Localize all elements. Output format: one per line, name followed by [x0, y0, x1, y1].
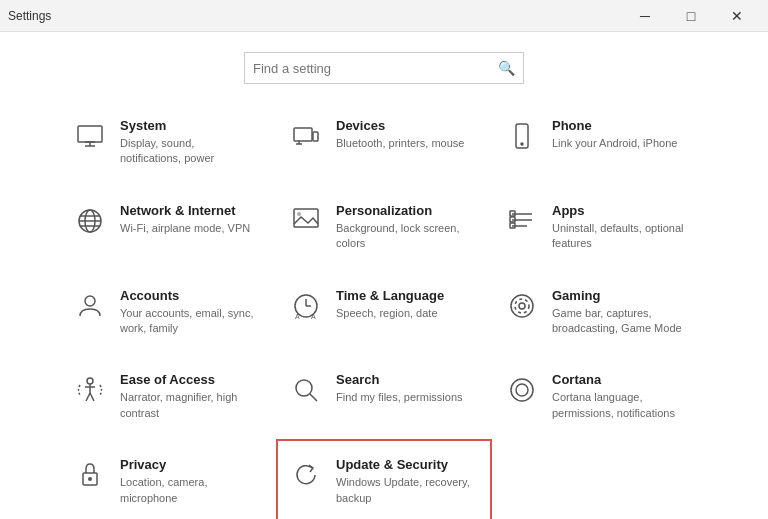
- item-desc-system: Display, sound, notifications, power: [120, 136, 254, 167]
- svg-point-31: [519, 303, 525, 309]
- item-desc-search: Find my files, permissions: [336, 390, 463, 405]
- settings-item-time[interactable]: AA Time & Language Speech, region, date: [276, 270, 492, 355]
- settings-item-update[interactable]: Update & Security Windows Update, recove…: [276, 439, 492, 519]
- item-title-privacy: Privacy: [120, 457, 254, 472]
- item-text-gaming: Gaming Game bar, captures, broadcasting,…: [552, 288, 686, 337]
- svg-line-34: [310, 394, 317, 401]
- item-text-ease: Ease of Access Narrator, magnifier, high…: [120, 372, 254, 421]
- close-button[interactable]: ✕: [714, 0, 760, 32]
- svg-rect-4: [294, 128, 312, 141]
- privacy-icon: [72, 457, 108, 493]
- item-text-update: Update & Security Windows Update, recove…: [336, 457, 470, 506]
- item-title-time: Time & Language: [336, 288, 444, 303]
- time-icon: AA: [288, 288, 324, 324]
- svg-point-35: [511, 379, 533, 401]
- svg-point-38: [88, 477, 92, 481]
- settings-item-phone[interactable]: Phone Link your Android, iPhone: [492, 100, 708, 185]
- svg-point-32: [87, 378, 93, 384]
- item-title-ease: Ease of Access: [120, 372, 254, 387]
- svg-point-23: [85, 296, 95, 306]
- item-text-apps: Apps Uninstall, defaults, optional featu…: [552, 203, 686, 252]
- settings-item-accounts[interactable]: Accounts Your accounts, email, sync, wor…: [60, 270, 276, 355]
- item-desc-update: Windows Update, recovery, backup: [336, 475, 470, 506]
- search-input[interactable]: [253, 61, 498, 76]
- apps-icon: [504, 203, 540, 239]
- item-desc-cortana: Cortana language, permissions, notificat…: [552, 390, 686, 421]
- title-bar: Settings ─ □ ✕: [0, 0, 768, 32]
- item-desc-devices: Bluetooth, printers, mouse: [336, 136, 464, 151]
- settings-item-ease[interactable]: Ease of Access Narrator, magnifier, high…: [60, 354, 276, 439]
- item-title-personalization: Personalization: [336, 203, 470, 218]
- settings-grid: System Display, sound, notifications, po…: [0, 100, 768, 519]
- svg-point-9: [521, 143, 523, 145]
- settings-item-privacy[interactable]: Privacy Location, camera, microphone: [60, 439, 276, 519]
- update-icon: [288, 457, 324, 493]
- search-icon: 🔍: [498, 60, 515, 76]
- item-title-phone: Phone: [552, 118, 677, 133]
- item-title-search: Search: [336, 372, 463, 387]
- item-text-system: System Display, sound, notifications, po…: [120, 118, 254, 167]
- item-text-search: Search Find my files, permissions: [336, 372, 463, 405]
- item-title-accounts: Accounts: [120, 288, 254, 303]
- settings-item-network[interactable]: Network & Internet Wi-Fi, airplane mode,…: [60, 185, 276, 270]
- item-text-network: Network & Internet Wi-Fi, airplane mode,…: [120, 203, 250, 236]
- window-title: Settings: [8, 9, 51, 23]
- item-title-apps: Apps: [552, 203, 686, 218]
- item-text-cortana: Cortana Cortana language, permissions, n…: [552, 372, 686, 421]
- item-desc-phone: Link your Android, iPhone: [552, 136, 677, 151]
- search-area: 🔍: [0, 32, 768, 100]
- phone-icon: [504, 118, 540, 154]
- network-icon: [72, 203, 108, 239]
- search-box[interactable]: 🔍: [244, 52, 524, 84]
- settings-item-devices[interactable]: Devices Bluetooth, printers, mouse: [276, 100, 492, 185]
- item-desc-time: Speech, region, date: [336, 306, 444, 321]
- settings-item-gaming[interactable]: Gaming Game bar, captures, broadcasting,…: [492, 270, 708, 355]
- item-text-devices: Devices Bluetooth, printers, mouse: [336, 118, 464, 151]
- svg-rect-5: [313, 132, 318, 141]
- item-title-update: Update & Security: [336, 457, 470, 472]
- item-desc-ease: Narrator, magnifier, high contrast: [120, 390, 254, 421]
- item-desc-privacy: Location, camera, microphone: [120, 475, 254, 506]
- item-desc-apps: Uninstall, defaults, optional features: [552, 221, 686, 252]
- svg-text:A: A: [295, 313, 300, 320]
- search-icon: [288, 372, 324, 408]
- item-desc-personalization: Background, lock screen, colors: [336, 221, 470, 252]
- svg-point-16: [297, 212, 301, 216]
- settings-item-cortana[interactable]: Cortana Cortana language, permissions, n…: [492, 354, 708, 439]
- svg-rect-0: [78, 126, 102, 142]
- item-desc-network: Wi-Fi, airplane mode, VPN: [120, 221, 250, 236]
- item-title-cortana: Cortana: [552, 372, 686, 387]
- accounts-icon: [72, 288, 108, 324]
- svg-point-36: [516, 384, 528, 396]
- personalization-icon: [288, 203, 324, 239]
- item-title-devices: Devices: [336, 118, 464, 133]
- window-controls: ─ □ ✕: [622, 0, 760, 32]
- ease-icon: [72, 372, 108, 408]
- item-text-phone: Phone Link your Android, iPhone: [552, 118, 677, 151]
- item-title-system: System: [120, 118, 254, 133]
- gaming-icon: [504, 288, 540, 324]
- system-icon: [72, 118, 108, 154]
- devices-icon: [288, 118, 324, 154]
- settings-item-system[interactable]: System Display, sound, notifications, po…: [60, 100, 276, 185]
- item-title-network: Network & Internet: [120, 203, 250, 218]
- svg-rect-15: [294, 209, 318, 227]
- item-desc-gaming: Game bar, captures, broadcasting, Game M…: [552, 306, 686, 337]
- settings-item-apps[interactable]: Apps Uninstall, defaults, optional featu…: [492, 185, 708, 270]
- minimize-button[interactable]: ─: [622, 0, 668, 32]
- item-text-personalization: Personalization Background, lock screen,…: [336, 203, 470, 252]
- settings-item-personalization[interactable]: Personalization Background, lock screen,…: [276, 185, 492, 270]
- item-text-accounts: Accounts Your accounts, email, sync, wor…: [120, 288, 254, 337]
- item-desc-accounts: Your accounts, email, sync, work, family: [120, 306, 254, 337]
- item-title-gaming: Gaming: [552, 288, 686, 303]
- item-text-privacy: Privacy Location, camera, microphone: [120, 457, 254, 506]
- svg-point-33: [296, 380, 312, 396]
- item-text-time: Time & Language Speech, region, date: [336, 288, 444, 321]
- maximize-button[interactable]: □: [668, 0, 714, 32]
- svg-point-30: [515, 299, 529, 313]
- svg-text:A: A: [311, 313, 316, 320]
- cortana-icon: [504, 372, 540, 408]
- grid-container: System Display, sound, notifications, po…: [60, 100, 708, 519]
- settings-item-search[interactable]: Search Find my files, permissions: [276, 354, 492, 439]
